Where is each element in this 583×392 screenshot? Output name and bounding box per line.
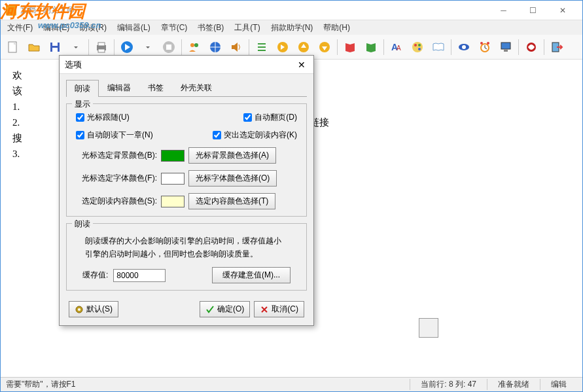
tb-font-icon[interactable]: AA [387, 37, 406, 57]
tb-exit-icon[interactable] [547, 37, 567, 57]
svg-point-26 [462, 45, 466, 49]
titlebar: 文档 - 朗文大师 ─ ☐ ✕ [1, 1, 582, 20]
lbl-cache: 缓存值: [82, 270, 108, 281]
tb-save-icon[interactable] [45, 37, 65, 57]
tb-openbook-icon[interactable] [429, 37, 448, 57]
btn-cache-suggest[interactable]: 缓存建意值(M)... [212, 267, 291, 283]
dialog-titlebar[interactable]: 选项 ✕ [60, 56, 313, 74]
chk-highlight[interactable]: 突出选定朗读内容(K) [213, 130, 297, 141]
cache-input[interactable] [113, 269, 166, 282]
tb-play-icon[interactable] [117, 37, 137, 57]
dialog-tabs: 朗读 编辑器 书签 外壳关联 [66, 79, 307, 97]
tb-prev-icon[interactable] [273, 37, 292, 57]
tb-monitor-icon[interactable] [496, 37, 516, 57]
tb-palette-icon[interactable] [408, 37, 427, 57]
svg-point-11 [194, 43, 198, 47]
lbl-sel-content: 选定朗读内容颜色(S): [73, 196, 157, 207]
tab-read[interactable]: 朗读 [66, 80, 99, 97]
status-mode: 编辑 [540, 379, 577, 390]
svg-point-29 [480, 42, 483, 45]
dialog-title: 选项 [65, 59, 295, 71]
btn-cancel[interactable]: 取消(C) [254, 301, 304, 317]
dialog-footer: 默认(S) 确定(O) 取消(C) [66, 297, 307, 319]
tb-open-icon[interactable] [24, 37, 44, 57]
cross-icon [260, 305, 269, 314]
menu-tools[interactable]: 工具(T) [230, 21, 264, 35]
svg-rect-6 [98, 49, 105, 52]
swatch-cursor-font[interactable] [161, 173, 185, 185]
chk-cursor-follow[interactable]: 光标跟随(U) [76, 112, 130, 123]
menu-donate[interactable]: 捐款助学(N) [267, 21, 317, 35]
chk-auto-next[interactable]: 自动朗读下一章(N) [76, 130, 153, 141]
tb-dropdown2-icon[interactable] [138, 37, 158, 57]
close-button[interactable]: ✕ [548, 1, 577, 20]
btn-ok[interactable]: 确定(O) [200, 301, 250, 317]
tb-up-icon[interactable] [294, 37, 313, 57]
tb-down-icon[interactable] [315, 37, 334, 57]
status-ready: 准备就绪 [487, 379, 540, 390]
menu-file[interactable]: 文件(F) [3, 21, 37, 35]
svg-rect-14 [258, 46, 266, 48]
svg-rect-32 [504, 50, 508, 52]
svg-text:A: A [397, 45, 401, 52]
tab-shell[interactable]: 外壳关联 [172, 79, 221, 96]
svg-point-24 [418, 48, 421, 50]
tb-book1-icon[interactable] [340, 37, 360, 57]
tb-eye-icon[interactable] [454, 37, 474, 57]
scroll-handle[interactable] [419, 318, 438, 338]
menu-read[interactable]: 朗读(R) [76, 21, 111, 35]
menu-editor[interactable]: 编辑器(L) [113, 21, 154, 35]
tb-book2-icon[interactable] [361, 37, 381, 57]
tb-swirl-icon[interactable] [521, 37, 541, 57]
app-icon [6, 5, 16, 16]
check-icon [205, 305, 215, 314]
minimize-button[interactable]: ─ [489, 1, 518, 20]
lbl-cursor-font: 光标选定字体颜色(F): [73, 173, 157, 184]
group-display-title: 显示 [72, 99, 93, 110]
swatch-sel-content[interactable] [161, 196, 185, 207]
btn-cursor-bg[interactable]: 光标背景颜色选择(A) [188, 147, 276, 164]
menu-edit[interactable]: 编辑(E) [39, 21, 73, 35]
svg-rect-31 [501, 43, 510, 49]
svg-rect-9 [166, 45, 171, 50]
swatch-cursor-bg[interactable] [161, 150, 185, 162]
tb-list-icon[interactable] [252, 37, 272, 57]
menubar: 文件(F) 编辑(E) 朗读(R) 编辑器(L) 章节(C) 书签(B) 工具(… [1, 20, 582, 35]
tab-bookmark[interactable]: 书签 [139, 79, 172, 96]
tb-new-icon[interactable] [3, 37, 23, 57]
menu-bookmark[interactable]: 书签(B) [194, 21, 228, 35]
gear-icon [75, 305, 84, 314]
menu-help[interactable]: 帮助(H) [319, 21, 354, 35]
svg-point-22 [414, 44, 417, 46]
svg-rect-13 [258, 43, 266, 45]
svg-point-30 [487, 42, 489, 45]
tb-stop-icon[interactable] [159, 37, 179, 57]
lbl-cursor-bg: 光标选定背景颜色(B): [73, 150, 157, 161]
svg-rect-2 [52, 43, 58, 46]
maximize-button[interactable]: ☐ [518, 1, 548, 20]
status-help: 需要"帮助"，请按F1 [6, 379, 410, 390]
tb-sound-icon[interactable] [226, 37, 246, 57]
btn-cursor-font[interactable]: 光标字体颜色选择(O) [188, 170, 277, 187]
menu-chapter[interactable]: 章节(C) [157, 21, 192, 35]
dialog-close-button[interactable]: ✕ [295, 58, 308, 71]
svg-rect-15 [258, 50, 266, 51]
options-dialog: 选项 ✕ 朗读 编辑器 书签 外壳关联 显示 光标跟随(U) 自动翻页(D) 自… [59, 55, 314, 326]
tb-users-icon[interactable] [185, 37, 204, 57]
tb-clock-icon[interactable] [475, 37, 495, 57]
tb-print-icon[interactable] [92, 37, 111, 57]
tb-globe-icon[interactable] [205, 37, 225, 57]
svg-point-10 [190, 43, 194, 47]
svg-point-21 [412, 42, 423, 52]
svg-rect-3 [52, 48, 58, 52]
btn-sel-content[interactable]: 选定内容颜色选择(T) [188, 193, 275, 209]
svg-point-23 [418, 44, 421, 46]
tb-dropdown-icon[interactable] [66, 37, 86, 57]
statusbar: 需要"帮助"，请按F1 当前行: 8 列: 47 准备就绪 编辑 [1, 377, 582, 391]
chk-auto-page[interactable]: 自动翻页(D) [243, 112, 297, 123]
tab-editor[interactable]: 编辑器 [99, 79, 139, 96]
group-read: 朗读 朗读缓存的大小会影响朗读引擎的启动时间，缓存值越小引擎的启动时间越小，但同… [66, 223, 307, 291]
btn-default[interactable]: 默认(S) [69, 301, 118, 317]
window-title: 文档 - 朗文大师 [20, 5, 489, 16]
svg-rect-5 [98, 43, 105, 46]
